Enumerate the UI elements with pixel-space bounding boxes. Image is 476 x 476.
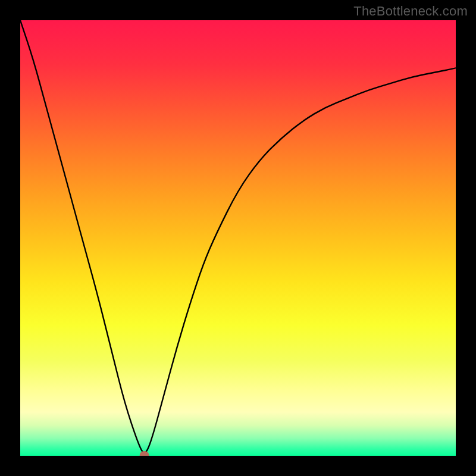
chart-frame: TheBottleneck.com bbox=[0, 0, 476, 476]
plot-area bbox=[20, 20, 456, 456]
min-point-marker bbox=[140, 451, 149, 456]
watermark-text: TheBottleneck.com bbox=[353, 4, 468, 19]
bottleneck-curve bbox=[20, 20, 456, 453]
chart-svg bbox=[20, 20, 456, 456]
